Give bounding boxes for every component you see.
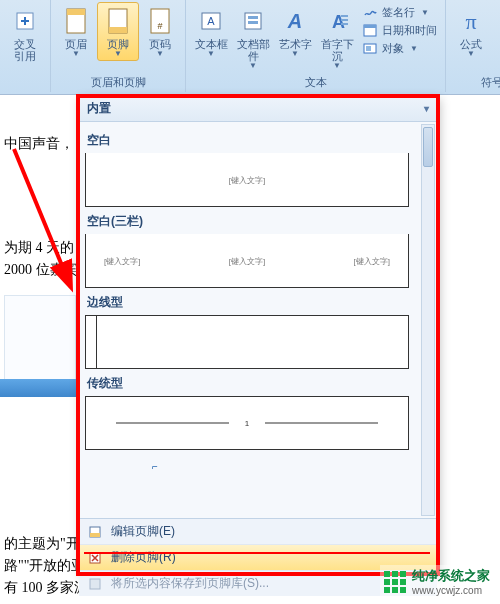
watermark-url: www.ycwjz.com [412, 585, 490, 596]
symbol-button[interactable]: Ω 符号 ▼ [492, 2, 500, 61]
panel-header-label: 内置 [87, 100, 111, 117]
scrollbar-thumb[interactable] [423, 127, 433, 167]
quick-parts-icon [241, 5, 265, 37]
gallery-item-blank3[interactable]: [键入文字] [键入文字] [键入文字] [85, 234, 409, 288]
watermark: 纯净系统之家 www.ycwjz.com [380, 565, 494, 598]
chevron-down-icon: ▼ [207, 50, 215, 58]
textbox-icon: A [199, 5, 223, 37]
page-header-button[interactable]: 页眉 ▼ [55, 2, 97, 61]
group-text-label: 文本 [305, 75, 327, 92]
doc-text-5: 路""开放的亚 [4, 557, 85, 575]
placeholder-text: [键入文字] [104, 255, 140, 266]
doc-text-4: 的主题为"开 [4, 535, 80, 553]
footer-gallery-panel: 内置 ▾ 空白 [键入文字] 空白(三栏) [键入文字] [键入文字] [键入文… [78, 95, 438, 573]
edit-footer-button[interactable]: 编辑页脚(E) [79, 519, 437, 544]
datetime-button[interactable]: 日期和时间 [362, 22, 437, 38]
edit-footer-label: 编辑页脚(E) [111, 523, 175, 540]
traditional-lines: 1 [116, 419, 378, 428]
placeholder-text: [键入文字] [229, 174, 265, 185]
save-to-gallery-label: 将所选内容保存到页脚库(S)... [111, 575, 269, 592]
chevron-down-icon: ▼ [72, 50, 80, 58]
gallery-list: 空白 [键入文字] 空白(三栏) [键入文字] [键入文字] [键入文字] 边线… [79, 122, 437, 518]
quick-parts-button[interactable]: 文档部件 ▼ [232, 2, 274, 73]
signature-button[interactable]: 签名行 ▼ [362, 4, 437, 20]
edge-line [96, 316, 97, 368]
remove-icon [87, 550, 103, 566]
dropcap-button[interactable]: A 首字下沉 ▼ [316, 2, 358, 73]
remove-footer-label: 删除页脚(R) [111, 549, 176, 566]
chevron-down-icon: ▼ [114, 50, 122, 58]
doc-text-3: 2000 位嘉宾 [4, 261, 78, 279]
cross-reference-button[interactable]: 交叉 引用 [4, 2, 46, 65]
cursor-indicator: ⌐ [152, 461, 158, 472]
datetime-icon [362, 22, 378, 38]
doc-blue-bar [0, 379, 78, 397]
page-footer-icon [106, 5, 130, 37]
textbox-button[interactable]: A 文本框 ▼ [190, 2, 232, 73]
chevron-down-icon: ▼ [467, 50, 475, 58]
page-num: 1 [239, 419, 255, 428]
watermark-logo-icon [384, 571, 406, 593]
svg-rect-10 [248, 16, 258, 19]
placeholder-text: [键入文字] [229, 255, 265, 266]
gallery-item-title-blank: 空白 [87, 132, 419, 149]
gallery-item-title-blank3: 空白(三栏) [87, 213, 419, 230]
dropcap-label: 首字下沉 [319, 38, 355, 62]
chevron-down-icon: ▼ [410, 44, 418, 53]
signature-label: 签名行 [382, 5, 415, 20]
svg-text:π: π [465, 9, 476, 34]
gallery-item-title-edge: 边线型 [87, 294, 419, 311]
svg-rect-18 [364, 25, 376, 28]
svg-rect-14 [341, 15, 348, 17]
chevron-down-icon: ▼ [333, 62, 341, 70]
placeholder-text: [键入文字] [354, 255, 390, 266]
svg-rect-20 [366, 46, 371, 51]
group-cite-label [23, 78, 26, 92]
object-icon [362, 40, 378, 56]
equation-button[interactable]: π 公式 ▼ [450, 2, 492, 61]
edit-icon [87, 524, 103, 540]
chevron-down-icon: ▼ [291, 50, 299, 58]
page-number-icon: # [148, 5, 172, 37]
group-symbols-label: 符号 [481, 75, 500, 92]
page-footer-button[interactable]: 页脚 ▼ [97, 2, 139, 61]
datetime-label: 日期和时间 [382, 23, 437, 38]
wordart-button[interactable]: A 艺术字 ▼ [274, 2, 316, 73]
svg-text:A: A [207, 15, 215, 27]
svg-rect-16 [341, 23, 348, 25]
page-number-button[interactable]: # 页码 ▼ [139, 2, 181, 61]
chevron-down-icon: ▼ [249, 62, 257, 70]
page-header-icon [64, 5, 88, 37]
gallery-scrollbar[interactable] [421, 124, 435, 516]
object-label: 对象 [382, 41, 404, 56]
svg-rect-15 [341, 19, 348, 21]
svg-rect-11 [248, 21, 258, 24]
quick-parts-label: 文档部件 [235, 38, 271, 62]
panel-header: 内置 ▾ [79, 96, 437, 122]
svg-rect-2 [67, 9, 85, 15]
ribbon: 交叉 引用 页眉 ▼ 页脚 ▼ # [0, 0, 500, 95]
equation-icon: π [457, 5, 485, 37]
save-icon [87, 576, 103, 592]
svg-rect-26 [90, 579, 100, 589]
pin-icon[interactable]: ▾ [424, 103, 429, 114]
svg-rect-4 [109, 27, 127, 33]
svg-rect-24 [90, 533, 100, 537]
wordart-icon: A [282, 5, 308, 37]
gallery-item-traditional[interactable]: 1 [85, 396, 409, 450]
object-button[interactable]: 对象 ▼ [362, 40, 437, 56]
gallery-item-title-traditional: 传统型 [87, 375, 419, 392]
chevron-down-icon: ▼ [156, 50, 164, 58]
doc-text-1: 中国声音， [4, 135, 74, 153]
signature-icon [362, 4, 378, 20]
group-headerfooter-label: 页眉和页脚 [91, 75, 146, 92]
gallery-item-edge[interactable] [85, 315, 409, 369]
chevron-down-icon: ▼ [421, 8, 429, 17]
watermark-brand: 纯净系统之家 [412, 567, 490, 585]
doc-text-2: 为期 4 天的 [4, 239, 74, 257]
dropcap-icon: A [324, 5, 350, 37]
svg-text:#: # [157, 21, 162, 31]
gallery-item-blank[interactable]: [键入文字] [85, 153, 409, 207]
cross-reference-label: 交叉 引用 [7, 38, 43, 62]
cross-reference-icon [14, 5, 36, 37]
